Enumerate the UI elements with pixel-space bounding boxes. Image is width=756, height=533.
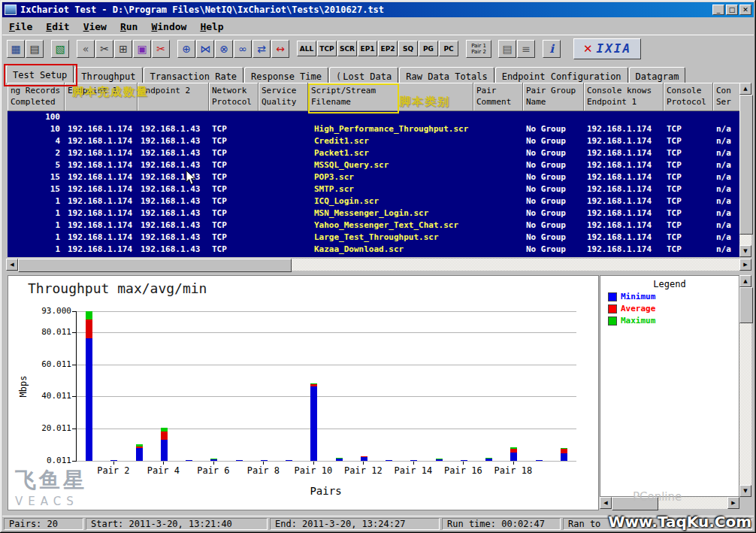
close-button[interactable]: ✕ (739, 5, 751, 15)
menu-view[interactable]: View (77, 20, 113, 34)
column-header-console_protocol[interactable]: ConsoleProtocol (664, 83, 713, 111)
print-button[interactable]: ▤ (26, 40, 44, 58)
add-hardware-pair-icon: ⊗ (219, 43, 228, 55)
column-header-quality[interactable]: ServiceQuality (259, 83, 308, 111)
filter-tcp-button[interactable]: TCP (317, 41, 337, 56)
tab-bar: Test SetupThroughputTransaction RateResp… (6, 65, 686, 83)
replicate-pair-button[interactable]: ⇄ (253, 40, 271, 58)
scrollbar-thumb[interactable] (18, 259, 292, 272)
tab-transaction-rate[interactable]: Transaction Rate (144, 67, 244, 83)
scroll-right-icon[interactable]: ▶ (739, 259, 751, 271)
title-bar[interactable]: IxChariot Test - D:\Program Files\NetIQ\… (2, 2, 754, 17)
y-tick-label: 60.011 (19, 359, 71, 369)
table-row[interactable]: 5192.168.1.174192.168.1.43TCPMSSQL_Query… (8, 159, 739, 171)
menu-file[interactable]: File (2, 20, 39, 34)
table-row[interactable]: 1192.168.1.174192.168.1.43TCPMSN_Messeng… (8, 207, 739, 220)
legend-horizontal-scrollbar[interactable]: ◀ ▶ (600, 497, 739, 509)
legend-vertical-scrollbar[interactable]: ▲ ▼ (739, 275, 751, 497)
tab-lost-data[interactable]: (Lost Data (329, 67, 398, 83)
scroll-left-icon[interactable]: ◀ (6, 259, 18, 271)
tab-datagram[interactable]: Datagram (629, 67, 686, 83)
paste-button[interactable]: ▣ (133, 40, 151, 58)
cut-button[interactable]: ✂ (95, 40, 113, 58)
maximize-button[interactable]: □ (726, 5, 738, 15)
y-tick-label: 80.011 (19, 327, 71, 337)
filter-pg-button[interactable]: PG (419, 41, 438, 56)
column-header-comment[interactable]: PairComment (473, 83, 523, 111)
column-header-line: Console knows (587, 85, 661, 96)
menu-help[interactable]: Help (193, 20, 230, 34)
filter-ep1-button[interactable]: EP1 (358, 41, 377, 56)
column-header-protocol[interactable]: NetworkProtocol (209, 83, 259, 111)
table-row[interactable]: 1192.168.1.174192.168.1.43TCPLarge_Test_… (8, 232, 739, 244)
legend-item-average: Average (600, 301, 739, 313)
cell-endpoint2: 192.168.1.43 (138, 220, 209, 232)
cell-protocol: TCP (209, 171, 259, 183)
table-vertical-scrollbar[interactable]: ▲ ▼ (739, 83, 751, 257)
filter-ep2-button[interactable]: EP2 (378, 41, 398, 56)
menu-window[interactable]: Window (144, 20, 193, 34)
scrollbar-thumb[interactable] (739, 95, 753, 235)
gridline (77, 429, 576, 429)
table-row[interactable]: 4192.168.1.174192.168.1.43TCPCredit1.scr… (8, 135, 739, 147)
column-header-console_endpoint1[interactable]: Console knowsEndpoint 1 (584, 83, 664, 111)
filter-all-button[interactable]: ALL (297, 41, 316, 56)
column-header-group[interactable]: Pair GroupName (523, 83, 584, 111)
table-row[interactable]: 2192.168.1.174192.168.1.43TCPPacket1.scr… (8, 147, 739, 159)
filter-sq-button[interactable]: SQ (398, 41, 418, 56)
table-row[interactable]: 15192.168.1.174192.168.1.43TCPSMTP.scrNo… (8, 183, 739, 195)
minimize-button[interactable]: _ (712, 5, 724, 15)
tab-response-time[interactable]: Response Time (244, 67, 328, 83)
table-row[interactable]: 1192.168.1.174192.168.1.43TCPKazaa_Downl… (8, 244, 739, 256)
tab-throughput[interactable]: Throughput (74, 67, 142, 83)
scroll-up-icon[interactable]: ▲ (739, 83, 751, 95)
add-multicast-pair-button[interactable]: ⋈ (196, 40, 214, 58)
swap-endpoints-button[interactable]: ↔ (271, 40, 289, 58)
grid-view-button[interactable]: ▤ (498, 40, 516, 58)
table-row[interactable]: 10192.168.1.174192.168.1.43TCPHigh_Perfo… (8, 123, 739, 135)
cell-protocol: TCP (209, 135, 259, 147)
table-row[interactable]: 1192.168.1.174192.168.1.43TCPYahoo_Messe… (8, 220, 739, 232)
copy-button[interactable]: ⊞ (114, 40, 132, 58)
add-pair-button[interactable]: ⊕ (177, 40, 195, 58)
column-header-line: Con (716, 85, 739, 96)
info-button[interactable]: i (543, 40, 561, 58)
cell-group: No Group (523, 207, 584, 220)
scroll-left-icon[interactable]: ◀ (600, 497, 612, 509)
scrollbar-thumb[interactable] (739, 287, 753, 323)
scroll-down-icon[interactable]: ▼ (739, 485, 751, 497)
table-horizontal-scrollbar[interactable]: ◀ ▶ (6, 259, 751, 271)
menu-run[interactable]: Run (113, 20, 144, 34)
pair-order-line2: Pair 2 (471, 49, 486, 55)
cell-group: No Group (523, 244, 584, 256)
rewind-button[interactable]: « (77, 40, 95, 58)
save-button[interactable]: ▦ (7, 40, 25, 58)
table-row[interactable]: 1192.168.1.174192.168.1.43TCPICQ_Login.s… (8, 195, 739, 207)
scroll-down-icon[interactable]: ▼ (739, 245, 751, 257)
tab-raw-data-totals[interactable]: Raw Data Totals (399, 67, 494, 83)
menu-edit[interactable]: Edit (39, 20, 76, 34)
cell-endpoint2: 192.168.1.43 (138, 135, 209, 147)
tab-endpoint-configuration[interactable]: Endpoint Configuration (495, 67, 628, 83)
tab-test-setup[interactable]: Test Setup (6, 65, 74, 83)
x-tick-label: Pair 10 (291, 465, 336, 476)
cell-endpoint1: 192.168.1.174 (65, 207, 138, 220)
column-header-console_service[interactable]: ConSer (713, 83, 739, 111)
filter-pc-button[interactable]: PC (439, 41, 458, 56)
scroll-right-icon[interactable]: ▶ (727, 497, 739, 509)
delete-pair-button[interactable]: ✂ (152, 40, 170, 58)
scrollbar-thumb[interactable] (612, 497, 658, 510)
report-button[interactable]: ▧ (51, 40, 69, 58)
pair-order-button[interactable]: Pair 1Pair 2 (466, 40, 491, 58)
add-hardware-pair-button[interactable]: ⊗ (215, 40, 233, 58)
toolbar-group-1: ▦▤ (7, 40, 44, 58)
table-row[interactable]: 15192.168.1.174192.168.1.43TCPPOP3.scrNo… (8, 171, 739, 183)
add-voip-pair-button[interactable]: ∞ (234, 40, 252, 58)
column-header-records[interactable]: ng RecordsCompleted (8, 83, 65, 111)
scroll-up-icon[interactable]: ▲ (739, 275, 751, 287)
add-voip-pair-icon: ∞ (238, 43, 247, 55)
cell-console_protocol: TCP (664, 207, 713, 220)
list-view-button[interactable]: ≡ (517, 40, 535, 58)
scrollbar-corner (739, 497, 751, 509)
filter-scr-button[interactable]: SCR (337, 41, 357, 56)
